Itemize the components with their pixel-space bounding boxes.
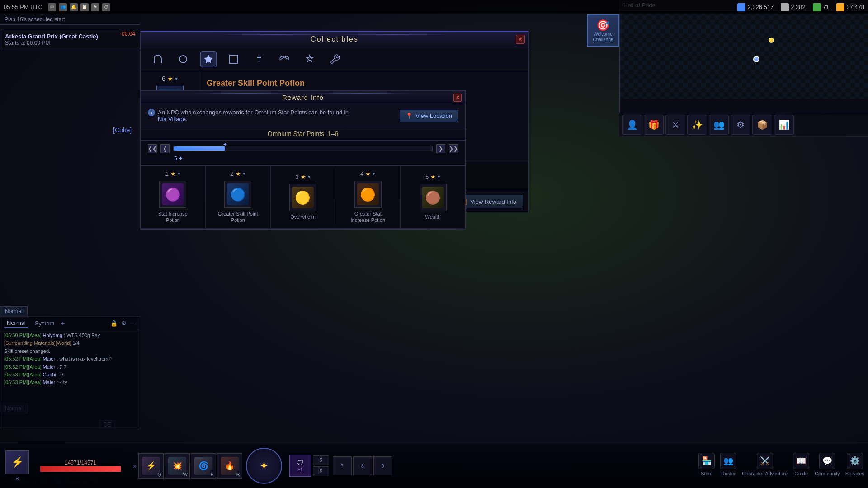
tier-4-item-icon: 🟠	[357, 183, 379, 205]
progress-star-icon: ✦	[222, 141, 228, 148]
battle-icon-btn[interactable]: ⚔	[665, 115, 685, 135]
reward-info-close-button[interactable]: ✕	[453, 94, 462, 102]
chat-messages-area: [05:50 PM][Area] Holydmg : WTS 400g Pay …	[0, 330, 140, 421]
community-label: Community	[815, 471, 840, 476]
normal-badge-2[interactable]: Normal	[0, 306, 28, 316]
primary-skill-icon[interactable]: ⚡	[5, 450, 29, 474]
tab-icon-box[interactable]	[226, 51, 242, 67]
tier-item-3[interactable]: 3 ★ ▾ 🟡 Overwhelm	[271, 169, 336, 225]
action-f1-icon: 🛡	[297, 459, 304, 467]
tier-1-item-box: 🟣	[159, 181, 186, 208]
tier-item-5[interactable]: 5 ★ ▾ 🟤 Wealth	[401, 169, 465, 225]
tier-1-arrow-icon: ▾	[178, 171, 180, 177]
chat-tab-system[interactable]: System	[32, 319, 57, 328]
chat-minimize-icon[interactable]: —	[130, 320, 136, 327]
bottom-nav-character[interactable]: ⚔️ Character Adventure	[742, 453, 788, 476]
chat-tab-add-button[interactable]: +	[61, 319, 65, 328]
progress-prev-button[interactable]: ❮	[160, 144, 170, 153]
tier-item-2[interactable]: 2 ★ ▾ 🔵 Greater Skill PointPotion	[206, 166, 271, 228]
tab-icon-star-active[interactable]	[200, 51, 217, 67]
action-small-btns: 5 6	[313, 455, 329, 476]
center-emblem-icon: ✦	[259, 460, 269, 472]
chat-message-7: [05:53 PM][Area] Maier : k ty	[4, 379, 136, 386]
gold2-resource: 37,478	[836, 3, 864, 11]
bottom-nav-row: 🏪 Store 👥 Roster ⚔️ Character Adventure …	[698, 453, 868, 479]
num-7-button[interactable]: 7	[333, 456, 352, 475]
skills-icon-btn[interactable]: ✨	[687, 115, 707, 135]
mail-icon[interactable]: ✉	[48, 3, 56, 11]
flag-icon[interactable]: ⚑	[91, 3, 99, 11]
skill-r-button[interactable]: 🔥 R	[217, 453, 242, 479]
num-8-button[interactable]: 8	[353, 456, 372, 475]
bottom-nav-services[interactable]: ⚙️ Services	[845, 453, 864, 476]
collectibles-title-bar: Collectibles ✕	[141, 32, 528, 47]
tier-2-item-name: Greater Skill PointPotion	[218, 211, 258, 224]
tab-icon-tool[interactable]	[327, 51, 343, 67]
tier-2-arrow-icon: ▾	[243, 171, 245, 177]
progress-prev-prev-button[interactable]: ❮❮	[148, 144, 157, 153]
tier-3-item-icon: 🟡	[292, 187, 314, 208]
tab-icon-harp[interactable]	[150, 51, 166, 67]
collectibles-close-button[interactable]: ✕	[516, 35, 525, 44]
skill-scroll-left-icon[interactable]: »	[133, 462, 137, 469]
collectibles-icon-btn[interactable]: 📦	[752, 115, 772, 135]
action-f1-button[interactable]: 🛡 F1	[289, 455, 311, 477]
health-value: 14571/14571	[65, 460, 96, 466]
tab-icon-wings[interactable]	[276, 51, 292, 67]
bottom-nav-roster[interactable]: 👥 Roster	[720, 453, 736, 476]
skill-q-button[interactable]: ⚡ Q	[138, 453, 164, 479]
chat-settings-icon[interactable]: ⚙	[121, 320, 127, 327]
tier-item-1[interactable]: 1 ★ ▾ 🟣 Stat IncreasePotion	[141, 166, 206, 228]
map-objective-marker	[769, 38, 774, 43]
npc-info-text: An NPC who exchanges rewards for Omnium …	[158, 109, 349, 122]
notification-icon[interactable]: 🔔	[70, 3, 78, 11]
action-f1-key: F1	[297, 467, 303, 472]
services-label: Services	[845, 471, 864, 476]
progress-next-button[interactable]: ❯	[436, 144, 445, 153]
tier-item-4[interactable]: 4 ★ ▾ 🟠 Greater StatIncrease Potion	[335, 166, 401, 228]
num-9-button[interactable]: 9	[373, 456, 392, 475]
green-resource: 71	[813, 3, 829, 11]
event-notification: Arkesia Grand Prix (Great Castle) Starts…	[0, 29, 140, 50]
group-icon-btn[interactable]: 👥	[709, 115, 729, 135]
tab-icon-sword[interactable]	[251, 51, 267, 67]
tier-3-header: 3 ★ ▾	[295, 174, 310, 180]
tab-icon-star2[interactable]	[302, 51, 318, 67]
social-icon[interactable]: 👥	[59, 3, 67, 11]
event-title: Arkesia Grand Prix (Great Castle)	[5, 33, 98, 40]
tier-3-arrow-icon: ▾	[308, 174, 311, 180]
skill-w-button[interactable]: 💥 W	[165, 453, 190, 479]
gold1-resource: 2,326,517	[737, 3, 774, 11]
chat-tab-normal[interactable]: Normal	[4, 319, 28, 328]
selected-tier-header: 6 ★ ▾	[162, 75, 178, 82]
skill-w-key: W	[183, 472, 187, 477]
character-icon-btn[interactable]: 👤	[622, 115, 642, 135]
tab-icon-circle[interactable]	[175, 51, 191, 67]
selected-tier-number: 6	[162, 75, 165, 82]
quest-icon[interactable]: 📋	[80, 3, 89, 11]
hud-resources: 2,326,517 2,282 71 37,478	[737, 3, 864, 11]
svg-marker-1	[204, 55, 213, 63]
settings-icon-btn[interactable]: ⚙	[731, 115, 750, 135]
gift-icon-btn[interactable]: 🎁	[644, 115, 664, 135]
player-map-marker	[753, 56, 760, 62]
location-pin-icon: 📍	[406, 113, 413, 119]
center-emblem[interactable]: ✦	[246, 448, 282, 484]
welcome-challenge-area[interactable]: 🎯 WelcomeChallenge	[587, 14, 619, 47]
action-6-button[interactable]: 6	[313, 466, 329, 476]
selected-tier-star-icon: ★	[167, 75, 173, 82]
timer-icon[interactable]: ⏱	[102, 3, 110, 11]
svg-marker-5	[307, 55, 313, 61]
view-location-button[interactable]: 📍 View Location	[400, 110, 458, 122]
progress-next-next-button[interactable]: ❯❯	[449, 144, 458, 153]
welcome-challenge-button[interactable]: 🎯 WelcomeChallenge	[587, 14, 619, 47]
chat-lock-icon[interactable]: 🔒	[110, 320, 118, 327]
extra-icon-btn[interactable]: 📊	[774, 115, 794, 135]
tier-1-header: 1 ★ ▾	[165, 170, 180, 177]
action-5-button[interactable]: 5	[313, 455, 329, 465]
hud-icon-row: ✉ 👥 🔔 📋 ⚑ ⏱	[48, 3, 110, 11]
bottom-nav-community[interactable]: 💬 Community	[815, 453, 840, 476]
bottom-nav-store[interactable]: 🏪 Store	[698, 453, 715, 476]
bottom-nav-guide[interactable]: 📖 Guide	[793, 453, 809, 476]
skill-e-button[interactable]: 🌀 E	[191, 453, 216, 479]
